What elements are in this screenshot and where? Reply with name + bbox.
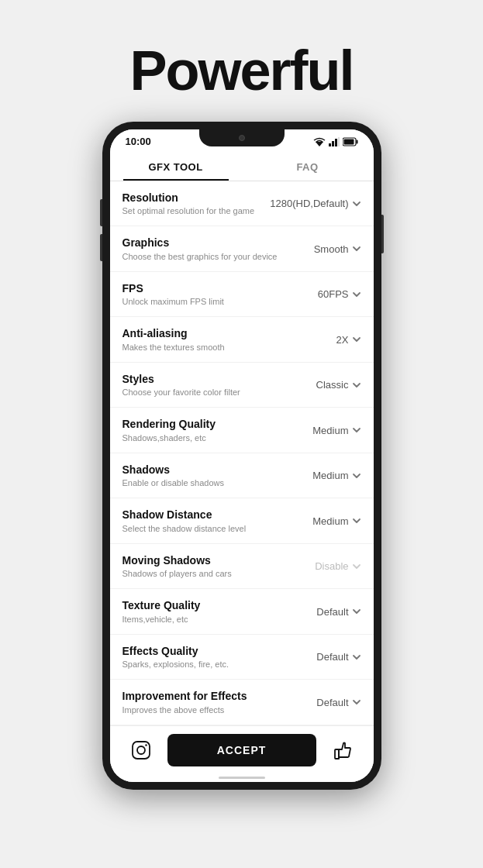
- setting-item[interactable]: Graphics Choose the best graphics for yo…: [110, 226, 374, 271]
- setting-desc: Choose the best graphics for your device: [122, 251, 292, 262]
- setting-item[interactable]: Shadows Enable or disable shadows Medium: [110, 453, 374, 498]
- chevron-down-icon: [352, 471, 361, 480]
- setting-name: Rendering Quality: [122, 417, 292, 431]
- instagram-button[interactable]: [126, 735, 157, 766]
- setting-desc: Set optimal resolution for the game: [122, 205, 263, 216]
- phone-screen: 10:00: [110, 129, 374, 782]
- setting-name: FPS: [122, 281, 292, 295]
- setting-name: Moving Shadows: [122, 553, 292, 567]
- tab-gfx-tool[interactable]: GFX TOOL: [110, 150, 242, 181]
- status-time: 10:00: [126, 136, 151, 147]
- setting-item[interactable]: Texture Quality Items,vehicle, etc Defau…: [110, 589, 374, 634]
- setting-desc: Items,vehicle, etc: [122, 614, 292, 625]
- setting-right: Default: [299, 651, 361, 663]
- setting-left: Resolution Set optimal resolution for th…: [122, 191, 271, 216]
- front-camera: [239, 135, 245, 141]
- wifi-icon: [313, 137, 326, 146]
- chevron-down-icon: [352, 516, 361, 525]
- svg-rect-7: [343, 139, 354, 144]
- chevron-down-icon: [352, 199, 361, 208]
- setting-name: Improvement for Effects: [122, 689, 292, 703]
- tabs-bar: GFX TOOL FAQ: [110, 150, 374, 181]
- setting-value: Classic: [316, 379, 349, 391]
- setting-name: Resolution: [122, 191, 263, 205]
- page-title: Powerful: [0, 39, 483, 102]
- setting-left: Graphics Choose the best graphics for yo…: [122, 236, 299, 261]
- phone-notch: [199, 129, 285, 146]
- setting-name: Anti-aliasing: [122, 326, 292, 340]
- setting-right: Disable: [299, 560, 361, 572]
- svg-marker-0: [316, 142, 323, 146]
- setting-right: Default: [299, 606, 361, 618]
- setting-value: Default: [316, 697, 348, 708]
- setting-desc: Unlock maximum FPS limit: [122, 296, 292, 307]
- signal-icon: [329, 137, 340, 146]
- phone-side-button-right: [381, 215, 384, 253]
- tab-faq[interactable]: FAQ: [242, 150, 374, 181]
- setting-item[interactable]: Effects Quality Sparks, explosions, fire…: [110, 635, 374, 680]
- phone-side-button-left-2: [100, 234, 102, 261]
- setting-right: 60FPS: [299, 288, 361, 300]
- accept-button[interactable]: ACCEPT: [167, 734, 316, 766]
- setting-item[interactable]: Rendering Quality Shadows,shaders, etc M…: [110, 408, 374, 453]
- svg-rect-2: [332, 141, 334, 146]
- setting-left: Anti-aliasing Makes the textures smooth: [122, 326, 299, 352]
- setting-name: Styles: [122, 372, 292, 386]
- setting-item[interactable]: FPS Unlock maximum FPS limit 60FPS: [110, 272, 374, 317]
- setting-desc: Makes the textures smooth: [122, 342, 292, 353]
- chevron-down-icon: [352, 653, 361, 662]
- setting-value: Default: [316, 651, 348, 663]
- setting-value: Medium: [312, 515, 348, 527]
- setting-left: Texture Quality Items,vehicle, etc: [122, 598, 299, 624]
- setting-item[interactable]: Moving Shadows Shadows of players and ca…: [110, 544, 374, 589]
- setting-value: Default: [316, 606, 348, 618]
- chevron-down-icon: [352, 607, 361, 616]
- setting-value: Medium: [312, 425, 348, 436]
- svg-rect-1: [329, 143, 331, 146]
- setting-right: Default: [299, 697, 361, 708]
- setting-left: Shadow Distance Select the shadow distan…: [122, 508, 299, 533]
- svg-rect-4: [338, 137, 340, 146]
- chevron-down-icon: [352, 381, 361, 390]
- setting-left: Shadows Enable or disable shadows: [122, 463, 299, 488]
- bottom-bar: ACCEPT: [110, 725, 374, 777]
- setting-left: Effects Quality Sparks, explosions, fire…: [122, 644, 299, 670]
- setting-item[interactable]: Resolution Set optimal resolution for th…: [110, 181, 374, 226]
- setting-name: Shadow Distance: [122, 508, 292, 522]
- svg-point-9: [137, 746, 145, 754]
- chevron-down-icon: [352, 698, 361, 707]
- status-icons: [313, 137, 358, 146]
- setting-item[interactable]: Styles Choose your favorite color filter…: [110, 363, 374, 408]
- like-button[interactable]: [327, 735, 358, 766]
- setting-left: Moving Shadows Shadows of players and ca…: [122, 553, 299, 579]
- setting-name: Texture Quality: [122, 598, 292, 612]
- setting-left: Rendering Quality Shadows,shaders, etc: [122, 417, 299, 443]
- setting-desc: Enable or disable shadows: [122, 477, 292, 488]
- home-indicator: [219, 777, 265, 779]
- chevron-down-icon: [352, 335, 361, 344]
- setting-desc: Select the shadow distance level: [122, 523, 292, 534]
- chevron-down-icon: [352, 290, 361, 299]
- svg-rect-11: [335, 749, 339, 759]
- svg-rect-6: [356, 140, 357, 143]
- setting-item[interactable]: Improvement for Effects Improves the abo…: [110, 680, 374, 725]
- chevron-down-icon: [352, 244, 361, 253]
- setting-right: Medium: [299, 515, 361, 527]
- thumbs-up-icon: [333, 740, 353, 760]
- setting-right: 1280(HD,Default): [270, 198, 361, 209]
- setting-item[interactable]: Shadow Distance Select the shadow distan…: [110, 498, 374, 543]
- page-wrapper: Powerful 10:00: [0, 16, 483, 790]
- chevron-down-icon: [352, 425, 361, 435]
- setting-right: Medium: [299, 425, 361, 436]
- setting-desc: Improves the above effects: [122, 704, 292, 715]
- setting-left: Improvement for Effects Improves the abo…: [122, 689, 299, 715]
- setting-value: Medium: [312, 470, 348, 481]
- battery-icon: [343, 137, 358, 146]
- phone-frame: 10:00: [102, 122, 381, 790]
- setting-value: 1280(HD,Default): [270, 198, 348, 209]
- instagram-icon: [131, 740, 151, 760]
- setting-desc: Sparks, explosions, fire, etc.: [122, 659, 292, 670]
- setting-item[interactable]: Anti-aliasing Makes the textures smooth …: [110, 317, 374, 362]
- setting-right: Classic: [299, 379, 361, 391]
- chevron-down-icon: [352, 562, 361, 571]
